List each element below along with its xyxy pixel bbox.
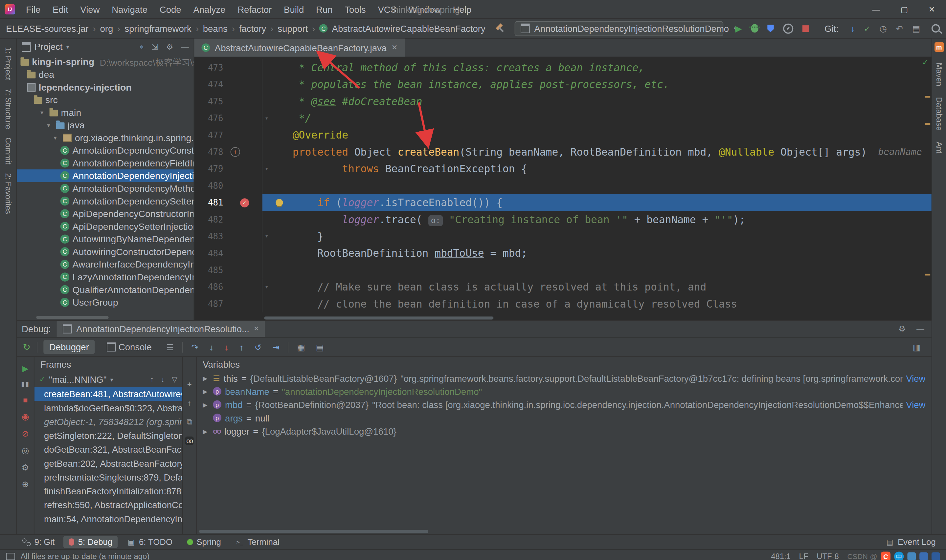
project-panel-title[interactable]: Project — [34, 42, 63, 52]
step-out-button[interactable]: ↑ — [237, 342, 246, 352]
variable-row[interactable]: pargs = null — [197, 411, 932, 425]
pause-button[interactable]: ▮▮ — [21, 381, 29, 389]
locate-button[interactable]: ⌖ — [139, 42, 143, 52]
frame-row[interactable]: lambda$doGetBean$0:323, Abstract... — [34, 401, 182, 415]
gutter[interactable] — [227, 76, 262, 92]
gutter[interactable]: ↑ — [227, 143, 262, 160]
bottom-tab-5-debug[interactable]: 5: Debug — [64, 536, 118, 548]
tool-stripe-favorites[interactable]: 2: Favorites — [4, 173, 13, 214]
caret-position[interactable]: 481:1 — [771, 552, 790, 560]
menu-item-edit[interactable]: Edit — [47, 4, 74, 14]
tree-row[interactable]: ▾java — [17, 119, 194, 132]
hide-panel-button[interactable]: — — [181, 42, 189, 52]
code-line[interactable]: 482 logger.trace( o: "Creating instance … — [194, 211, 931, 228]
tool-stripe-database[interactable]: Database — [935, 97, 944, 131]
run-configuration-select[interactable]: AnnotationDependencyInjectionResolutionD… — [515, 21, 723, 36]
collapse-all-button[interactable]: ⇲ — [152, 42, 158, 52]
menu-item-run[interactable]: Run — [310, 4, 339, 14]
tree-row[interactable]: CAnnotationDependencyMethodI... — [17, 182, 194, 195]
drop-frame-button[interactable]: ↺ — [252, 342, 264, 352]
resume-button[interactable]: ▶ — [22, 365, 28, 374]
search-icon[interactable] — [932, 24, 940, 32]
maven-icon[interactable]: m — [934, 42, 944, 52]
frame-row[interactable]: refresh:550, AbstractApplicationCon... — [34, 498, 182, 512]
vcs-update-button[interactable]: ↓ — [851, 24, 855, 33]
tree-row[interactable]: CUserGroup — [17, 296, 194, 309]
chevron-down-icon[interactable]: ▾ — [66, 43, 69, 50]
tool-stripe-maven[interactable]: Maven — [935, 63, 944, 86]
tree-row[interactable]: dea — [17, 68, 194, 81]
bottom-tab-spring[interactable]: Spring — [182, 536, 226, 548]
profiler-button[interactable] — [783, 23, 793, 34]
code-line[interactable]: 473 * Central method of this class: crea… — [194, 59, 931, 76]
breadcrumb-item[interactable]: factory — [239, 23, 267, 34]
chevron-up-icon[interactable]: ↑ — [188, 399, 191, 408]
vcs-commit-button[interactable]: ✓ — [864, 24, 871, 33]
tree-row[interactable]: CLazyAnnotationDependencyInjec... — [17, 271, 194, 284]
menu-item-analyze[interactable]: Analyze — [187, 4, 231, 14]
breadcrumb-item[interactable]: springframework — [125, 23, 191, 34]
tab-console[interactable]: Console — [101, 340, 158, 354]
tree-row[interactable]: CAutowiringByNameDependency... — [17, 233, 194, 246]
gutter[interactable] — [227, 59, 262, 76]
view-grid-button[interactable]: ▦ — [295, 342, 307, 352]
gutter[interactable] — [227, 262, 262, 278]
settings-gear-icon[interactable]: ⚙ — [22, 463, 29, 472]
coverage-button[interactable] — [767, 24, 773, 32]
frame-row[interactable]: createBean:481, AbstractAutowireCa — [34, 387, 182, 401]
view-breakpoints-button[interactable]: ◉ — [22, 412, 29, 422]
tool-stripe-structure[interactable]: 7: Structure — [4, 89, 13, 129]
tool-stripe-commit[interactable]: Commit — [4, 137, 13, 165]
pin-button[interactable]: ⊕ — [22, 480, 29, 489]
gutter[interactable]: ✓ — [227, 194, 262, 211]
frame-row[interactable]: getBean:202, AbstractBeanFactory (... — [34, 457, 182, 471]
variable-row[interactable]: ▶pbeanName = "annotationDependencyInject… — [197, 385, 932, 398]
fold-marker-icon[interactable]: ▾ — [265, 110, 268, 126]
variable-row[interactable]: ▶☰this = {DefaultListableBeanFactory@160… — [197, 372, 932, 385]
code-line[interactable]: 483▾ } — [194, 228, 931, 245]
tree-row[interactable]: CAwareInterfaceDependencyInjec... — [17, 258, 194, 271]
intention-bulb-icon[interactable] — [276, 199, 283, 206]
mute-breakpoints-button[interactable]: ⊘ — [22, 429, 29, 438]
debug-button[interactable] — [751, 24, 758, 32]
tree-horizontal-scrollbar[interactable] — [36, 316, 108, 319]
view-link[interactable]: View — [906, 400, 932, 410]
expand-arrow-icon[interactable]: ▾ — [40, 109, 46, 115]
code-line[interactable]: 477@Override — [194, 127, 931, 143]
tree-row[interactable]: CAutowiringConstructorDepender... — [17, 246, 194, 258]
code-line[interactable]: 486▾ // Make sure bean class is actually… — [194, 279, 931, 295]
tree-row[interactable]: ▾org.xiaoge.thinking.in.spring.ioc.dep..… — [17, 131, 194, 144]
force-step-into-button[interactable]: ↓ — [222, 342, 231, 352]
breadcrumb-item[interactable]: support — [277, 23, 308, 34]
minimize-button[interactable]: — — [872, 5, 880, 14]
frame-row[interactable]: doGetBean:321, AbstractBeanFacto... — [34, 443, 182, 457]
fold-marker-icon[interactable]: ▾ — [265, 160, 268, 177]
frame-row[interactable]: getSingleton:222, DefaultSingleton... — [34, 429, 182, 443]
expand-arrow-icon[interactable]: ▾ — [47, 122, 53, 128]
line-ending[interactable]: LF — [799, 552, 808, 560]
close-icon[interactable]: ✕ — [254, 325, 259, 333]
override-marker-icon[interactable]: ↑ — [231, 147, 240, 157]
menu-item-refactor[interactable]: Refactor — [231, 4, 278, 14]
gutter[interactable] — [227, 177, 262, 194]
breadcrumb-item[interactable]: org — [100, 23, 113, 34]
tree-row[interactable]: CQualifierAnnotationDependency... — [17, 283, 194, 296]
stop-button[interactable]: ■ — [23, 396, 28, 405]
gutter[interactable] — [227, 110, 262, 126]
tree-row[interactable]: king-in-springD:\workspace\极客学习\spring — [17, 55, 194, 68]
show-watches-button[interactable]: oo — [185, 437, 194, 445]
breadcrumb-item[interactable]: AbstractAutowireCapableBeanFactory — [332, 23, 485, 34]
frame-row[interactable]: main:54, AnnotationDependencyInj... — [34, 512, 182, 526]
expand-arrow-icon[interactable]: ▶ — [203, 375, 209, 382]
maximize-button[interactable]: ▢ — [901, 5, 908, 14]
tree-row[interactable]: CApiDependencyConstructorInjec... — [17, 208, 194, 220]
code-line[interactable]: 480 — [194, 177, 931, 194]
variable-row[interactable]: ▶pmbd = {RootBeanDefinition@2037} "Root … — [197, 398, 932, 411]
variables-horizontal-scrollbar[interactable] — [199, 530, 428, 533]
code-line[interactable]: 478↑protected Object createBean(String b… — [194, 143, 931, 160]
step-over-button[interactable]: ↷ — [189, 342, 201, 352]
hamburger-menu-icon[interactable]: ☰ — [164, 342, 176, 352]
bottom-tab-terminal[interactable]: Terminal — [230, 536, 285, 548]
code-line[interactable]: 484 RootBeanDefinition mbdToUse = mbd; — [194, 245, 931, 262]
menu-item-tools[interactable]: Tools — [339, 4, 372, 14]
